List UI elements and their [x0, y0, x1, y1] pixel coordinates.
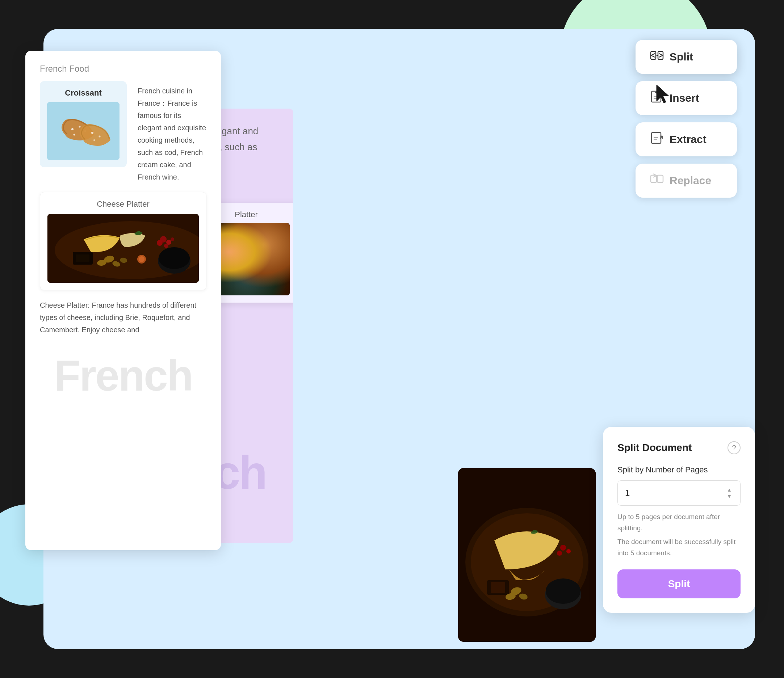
cheese-section: Cheese Platter — [25, 192, 221, 290]
svg-point-40 — [139, 256, 145, 262]
cheese-platter-svg — [47, 214, 199, 283]
split-spinner[interactable]: ▲ ▼ — [726, 487, 733, 499]
cheese-image-main — [47, 214, 199, 283]
replace-icon-svg — [650, 172, 664, 186]
cheese-card-main-title: Cheese Platter — [47, 199, 199, 209]
replace-label: Replace — [670, 174, 711, 187]
svg-point-34 — [159, 247, 190, 269]
svg-point-32 — [171, 238, 174, 241]
split-confirm-button[interactable]: Split — [617, 569, 740, 599]
croissant-card-title: Croissant — [47, 88, 120, 98]
right-food-photo — [458, 468, 596, 642]
svg-rect-4 — [491, 582, 505, 593]
svg-point-20 — [91, 132, 94, 134]
doc-right-column: French cuisine in France：France is famou… — [138, 81, 206, 183]
cheese-photo-svg — [458, 468, 596, 642]
svg-point-5 — [560, 545, 566, 550]
document-header: French Food — [25, 51, 221, 81]
svg-point-21 — [99, 136, 101, 138]
croissant-card: Croissant — [40, 81, 127, 167]
doc-cheese-text: Cheese Platter: France has hundreds of d… — [25, 299, 221, 336]
replace-icon — [650, 172, 664, 189]
svg-point-6 — [566, 549, 571, 554]
doc-left-column: Croissant — [40, 81, 127, 183]
split-panel-title: Split Document — [617, 442, 692, 454]
doc-content: Croissant — [25, 81, 221, 183]
spinner-down[interactable]: ▼ — [726, 494, 733, 499]
split-by-label: Split by Number of Pages — [617, 465, 740, 474]
split-icon — [650, 48, 664, 65]
svg-point-30 — [157, 240, 163, 246]
extract-icon-svg — [650, 131, 664, 145]
split-button[interactable]: Split — [636, 40, 737, 74]
split-icon-svg — [650, 48, 664, 62]
replace-button[interactable]: Replace — [636, 163, 737, 197]
svg-point-16 — [79, 126, 81, 128]
croissant-svg — [47, 102, 120, 160]
svg-point-9 — [546, 578, 580, 604]
croissant-image — [47, 102, 120, 160]
svg-point-22 — [94, 139, 95, 141]
doc-description-text: French cuisine in France：France is famou… — [138, 85, 206, 183]
extract-icon — [650, 131, 664, 148]
main-document: French Food Croissant — [25, 51, 221, 550]
extract-button[interactable]: Extract — [636, 122, 737, 156]
split-number-value: 1 — [625, 488, 630, 498]
svg-marker-53 — [656, 85, 669, 103]
food-photo-art — [458, 468, 596, 642]
svg-rect-52 — [657, 175, 663, 182]
split-panel: Split Document ? Split by Number of Page… — [603, 427, 755, 613]
svg-point-15 — [71, 128, 73, 130]
svg-point-18 — [73, 134, 75, 136]
spinner-up[interactable]: ▲ — [726, 487, 733, 492]
help-icon[interactable]: ? — [728, 441, 740, 454]
split-panel-header: Split Document ? — [617, 441, 740, 454]
svg-point-31 — [164, 244, 168, 248]
svg-point-7 — [557, 550, 562, 556]
toolbar: Split Insert — [636, 40, 737, 197]
extract-label: Extract — [670, 133, 706, 146]
mouse-cursor — [654, 83, 672, 105]
cheese-card-main: Cheese Platter — [40, 192, 206, 290]
svg-rect-27 — [76, 255, 89, 262]
insert-label: Insert — [670, 92, 699, 104]
split-info-1: Up to 5 pages per document after splitti… — [617, 512, 740, 533]
split-info-2: The document will be successfully split … — [617, 536, 740, 558]
insert-button[interactable]: Insert — [636, 81, 737, 115]
scene: France is famous for its elegant and exq… — [0, 0, 784, 678]
split-label: Split — [670, 51, 693, 63]
doc-watermark: French — [25, 350, 221, 400]
split-number-field[interactable]: 1 ▲ ▼ — [617, 481, 740, 506]
